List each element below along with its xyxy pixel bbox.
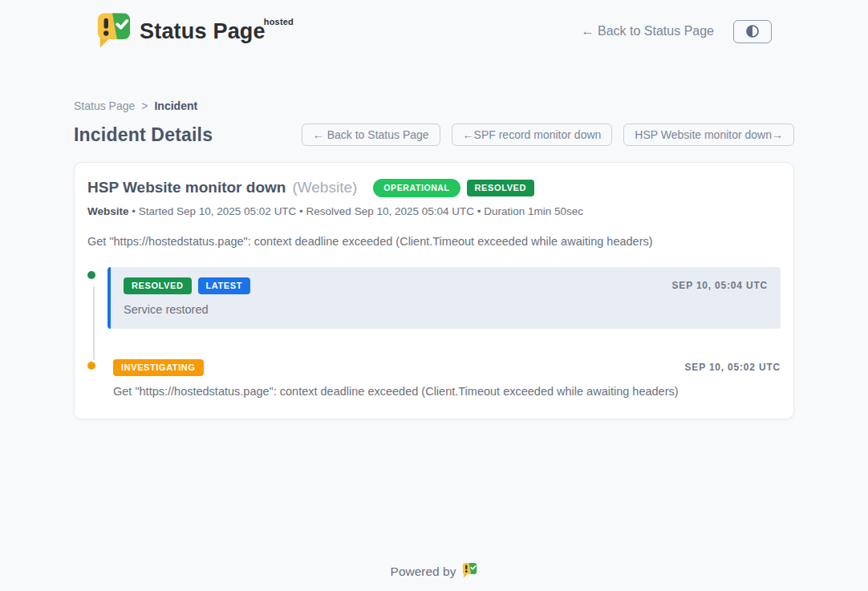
- incident-card: HSP Website monitor down (Website) OPERA…: [74, 162, 794, 419]
- incident-description: Get "https://hostedstatus.page": context…: [87, 235, 781, 248]
- timeline-dot-investigating: [85, 359, 98, 372]
- incident-timeline: RESOLVED LATEST SEP 10, 05:04 UTC Servic…: [87, 267, 781, 398]
- next-incident-button[interactable]: HSP Website monitor down→: [623, 123, 794, 146]
- incident-nav-buttons: ← Back to Status Page ←SPF record monito…: [302, 123, 794, 146]
- timeline-message: Get "https://hostedstatus.page": context…: [113, 385, 781, 398]
- prev-incident-button[interactable]: ←SPF record monitor down: [452, 123, 613, 146]
- incident-title: HSP Website monitor down: [87, 179, 286, 196]
- timeline-message: Service restored: [124, 303, 768, 316]
- incident-meta: Website • Started Sep 10, 2025 05:02 UTC…: [87, 205, 781, 217]
- theme-toggle-button[interactable]: [733, 20, 772, 43]
- brand-hosted-label: hosted: [264, 17, 294, 26]
- breadcrumb-current: Incident: [154, 99, 197, 112]
- timeline-investigating-badge: INVESTIGATING: [113, 359, 204, 376]
- brand-logo[interactable]: Status Page hosted: [96, 11, 303, 52]
- timeline-timestamp: SEP 10, 05:02 UTC: [685, 362, 781, 373]
- operational-status-badge: OPERATIONAL: [373, 179, 460, 197]
- header: Status Page hosted ← Back to Status Page: [0, 0, 868, 63]
- timeline-resolved-badge: RESOLVED: [124, 277, 192, 294]
- incident-component: (Website): [292, 179, 357, 196]
- timeline-item-investigating: INVESTIGATING SEP 10, 05:02 UTC Get "htt…: [87, 358, 781, 398]
- back-to-status-page-link[interactable]: ← Back to Status Page: [582, 24, 714, 38]
- half-circle-icon: [744, 23, 761, 39]
- timeline-update-plain: INVESTIGATING SEP 10, 05:02 UTC Get "htt…: [107, 358, 781, 398]
- status-page-logo-icon: [96, 11, 132, 52]
- status-page-mini-logo-icon: [462, 562, 477, 581]
- timeline-latest-badge: LATEST: [198, 277, 251, 294]
- timeline-item-resolved: RESOLVED LATEST SEP 10, 05:04 UTC Servic…: [87, 267, 781, 329]
- page-title: Incident Details: [74, 124, 213, 146]
- brand-name: Status Page: [140, 19, 266, 44]
- powered-by: Powered by: [391, 562, 478, 581]
- timeline-dot-resolved: [85, 269, 98, 281]
- footer: Powered by © 2025-10-08 14:10:34.772084 …: [0, 562, 868, 591]
- incident-meta-component: Website: [87, 205, 129, 217]
- timeline-timestamp: SEP 10, 05:04 UTC: [672, 280, 768, 291]
- breadcrumb-separator: >: [141, 99, 148, 112]
- powered-by-label: Powered by: [391, 565, 456, 579]
- incident-meta-details: • Started Sep 10, 2025 05:02 UTC • Resol…: [129, 205, 584, 217]
- resolved-status-badge: RESOLVED: [467, 180, 535, 196]
- back-to-status-page-button[interactable]: ← Back to Status Page: [302, 123, 440, 146]
- breadcrumb: Status Page > Incident: [74, 99, 794, 112]
- breadcrumb-status-page-link[interactable]: Status Page: [74, 99, 135, 112]
- timeline-update-box: RESOLVED LATEST SEP 10, 05:04 UTC Servic…: [107, 267, 781, 329]
